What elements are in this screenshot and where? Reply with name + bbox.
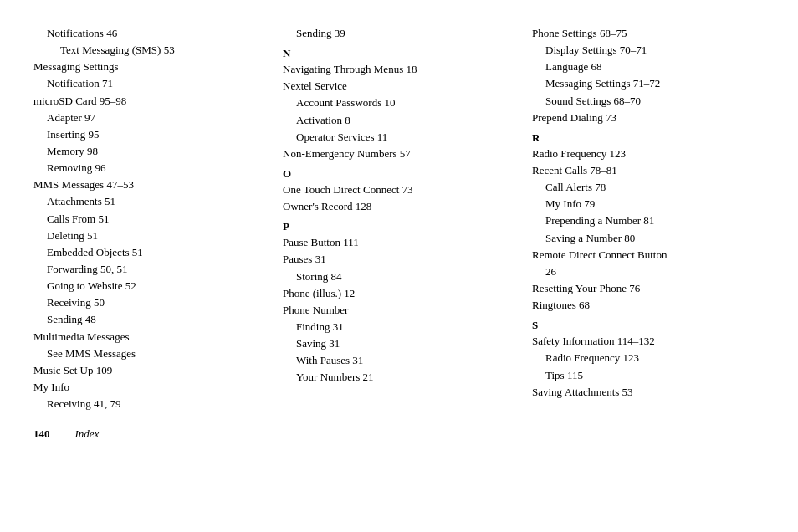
section-letter-s: S [532,319,765,332]
index-entry: My Info 79 [532,196,765,212]
index-entry: Notification 71 [33,75,266,92]
index-entry: Saving Attachments 53 [532,384,765,401]
index-entry: Adapter 97 [33,110,266,126]
section-letter-r: R [532,131,765,145]
index-entry: Text Messaging (SMS) 53 [33,42,266,59]
index-entry: Activation 8 [283,112,515,129]
index-entry: Non-Emergency Numbers 57 [283,146,515,162]
index-entry: Safety Information 114–132 [532,333,765,350]
index-entry: Saving a Number 80 [532,230,765,247]
index-entry: Memory 98 [33,143,266,160]
index-entry: My Info [33,379,266,396]
index-entry: Remote Direct Connect Button [532,247,765,263]
index-entry: Language 68 [532,59,765,75]
index-entry: Tips 115 [532,367,765,384]
index-entry: Pauses 31 [283,251,515,268]
index-entry: Radio Frequency 123 [532,350,765,366]
index-entry: Saving 31 [283,335,515,352]
index-entry: Pause Button 111 [283,234,515,251]
index-entry: Phone (illus.) 12 [283,285,515,302]
index-entry: Multimedia Messages [33,329,266,345]
index-entry: Owner's Record 128 [283,198,515,215]
column-1: Notifications 46Text Messaging (SMS) 53M… [33,25,283,412]
index-entry: Deleting 51 [33,228,266,244]
index-entry: 26 [532,263,765,280]
index-entry: Messaging Settings 71–72 [532,75,765,92]
index-entry: Notifications 46 [33,25,266,42]
index-entry: Ringtones 68 [532,297,765,314]
index-entry: Recent Calls 78–81 [532,162,765,179]
index-entry: MMS Messages 47–53 [33,176,266,193]
column-3: Phone Settings 68–75Display Settings 70–… [532,25,765,412]
index-columns: Notifications 46Text Messaging (SMS) 53M… [33,25,765,412]
index-entry: Resetting Your Phone 76 [532,280,765,297]
section-letter-p: P [283,220,515,233]
index-entry: Receiving 41, 79 [33,396,266,412]
index-entry: One Touch Direct Connect 73 [283,182,515,198]
index-entry: Calls From 51 [33,211,266,228]
page-footer: 140 Index [33,427,765,441]
index-entry: Display Settings 70–71 [532,42,765,59]
page-content: Notifications 46Text Messaging (SMS) 53M… [33,25,765,441]
index-entry: Operator Services 11 [283,129,515,146]
index-entry: With Pauses 31 [283,352,515,369]
index-entry: See MMS Messages [33,345,266,362]
index-entry: Messaging Settings [33,59,266,75]
index-entry: Sound Settings 68–70 [532,93,765,110]
column-2: Sending 39NNavigating Through Menus 18Ne… [283,25,532,412]
index-entry: Embedded Objects 51 [33,244,266,261]
section-letter-o: O [283,167,515,181]
section-letter-n: N [283,47,515,60]
index-entry: Removing 96 [33,160,266,176]
index-entry: Attachments 51 [33,193,266,210]
index-entry: Sending 39 [283,25,515,42]
index-entry: Sending 48 [33,311,266,328]
index-entry: Phone Number [283,302,515,319]
footer-page-number: 140 [33,427,50,441]
index-entry: Call Alerts 78 [532,179,765,196]
index-entry: Forwarding 50, 51 [33,261,266,278]
index-entry: Finding 31 [283,319,515,335]
index-entry: Navigating Through Menus 18 [283,61,515,78]
index-entry: Storing 84 [283,269,515,285]
index-entry: Nextel Service [283,78,515,95]
index-entry: Prepending a Number 81 [532,212,765,229]
index-entry: Your Numbers 21 [283,369,515,386]
index-entry: Radio Frequency 123 [532,146,765,162]
index-entry: Account Passwords 10 [283,95,515,111]
index-entry: Inserting 95 [33,126,266,143]
index-entry: Going to Website 52 [33,278,266,294]
index-entry: Prepend Dialing 73 [532,110,765,126]
index-entry: Phone Settings 68–75 [532,25,765,42]
footer-label: Index [75,427,100,441]
index-entry: Receiving 50 [33,294,266,311]
index-entry: microSD Card 95–98 [33,93,266,110]
index-entry: Music Set Up 109 [33,362,266,379]
